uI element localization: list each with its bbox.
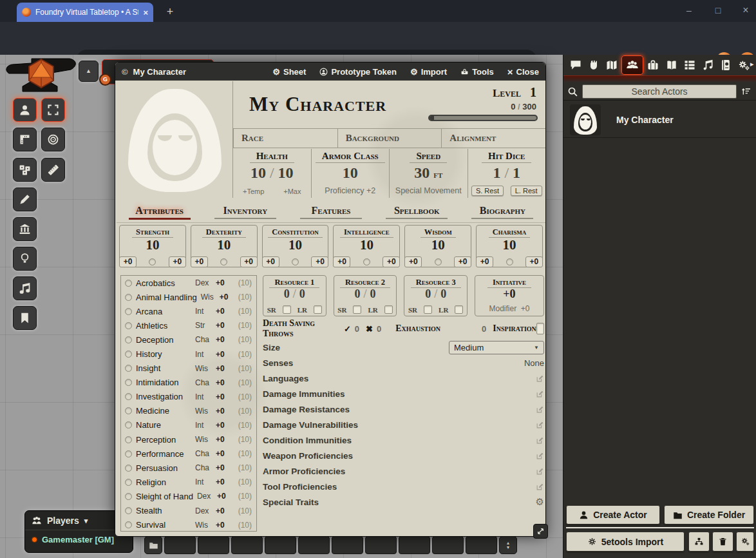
browser-tab[interactable]: Foundry Virtual Tabletop • A Stan × (17, 3, 153, 22)
tab-scenes[interactable] (603, 57, 620, 73)
tab-features[interactable]: Features (288, 202, 373, 222)
sr-checkbox[interactable] (283, 305, 291, 314)
ability-proficiency-radio[interactable] (506, 258, 513, 265)
skill-row[interactable]: Investigation Int +0 (10) (121, 390, 256, 404)
skill-proficiency-radio[interactable] (125, 294, 132, 301)
ability-check-mod[interactable]: +0 (240, 256, 258, 267)
ability-check-mod[interactable]: +0 (454, 256, 471, 267)
tab-biography[interactable]: Biography (460, 202, 545, 222)
skill-name[interactable]: Intimidation (136, 378, 191, 387)
sr-checkbox[interactable] (424, 305, 432, 314)
skill-name[interactable]: Nature (136, 420, 191, 430)
window-maximize-button[interactable]: □ (705, 0, 731, 22)
exhaustion-value[interactable]: 0 (478, 324, 493, 334)
edit-icon[interactable] (536, 467, 544, 476)
ability-block[interactable]: Dexterity 10 +0 +0 (191, 225, 258, 267)
skill-proficiency-radio[interactable] (125, 336, 132, 343)
skill-name[interactable]: Religion (136, 477, 191, 487)
players-chevron-icon[interactable]: ▾ (84, 517, 88, 525)
character-name[interactable]: My Character (249, 93, 386, 116)
ability-proficiency-radio[interactable] (435, 258, 442, 265)
resource-value[interactable]: 0 (425, 287, 431, 300)
tab-spellbook[interactable]: Spellbook (374, 202, 460, 222)
resource-label[interactable]: Resource 2 (340, 278, 390, 288)
lr-checkbox[interactable] (455, 305, 463, 314)
macro-slot[interactable] (332, 536, 363, 554)
module-badge[interactable]: G (99, 73, 111, 86)
ability-name[interactable]: Wisdom (421, 227, 456, 238)
skill-row[interactable]: Religion Int +0 (10) (121, 475, 256, 489)
skill-proficiency-radio[interactable] (125, 379, 132, 386)
lighting-tool[interactable] (13, 247, 37, 271)
tab-compendium[interactable] (717, 57, 734, 73)
skill-name[interactable]: Performance (136, 449, 191, 459)
skill-row[interactable]: Animal Handling Wis +0 (10) (121, 290, 256, 304)
death-success-icon[interactable]: ✓ (344, 324, 351, 334)
skill-proficiency-radio[interactable] (125, 280, 132, 287)
ability-score[interactable]: 10 (191, 238, 257, 252)
ability-save-mod[interactable]: +0 (476, 256, 493, 267)
collapse-nav-button[interactable]: ▲ (79, 61, 99, 82)
tab-playlists[interactable] (699, 57, 716, 73)
skill-name[interactable]: Investigation (136, 392, 191, 401)
tab-actors[interactable] (621, 55, 643, 75)
tab-close-icon[interactable]: × (143, 8, 148, 17)
macro-folder-button[interactable] (144, 536, 162, 554)
actor-list-item[interactable]: My Character (563, 102, 756, 138)
page-down-icon[interactable]: ▾ (507, 545, 509, 550)
skill-name[interactable]: Arcana (136, 307, 191, 316)
resource-label[interactable]: Resource 1 (269, 278, 319, 288)
ability-proficiency-radio[interactable] (363, 258, 370, 265)
skill-proficiency-radio[interactable] (125, 521, 132, 528)
macro-slot[interactable] (198, 536, 229, 554)
detail-field[interactable]: Alignment (441, 129, 545, 148)
inspiration-checkbox[interactable] (536, 323, 544, 334)
ability-name[interactable]: Strength (132, 227, 173, 238)
macro-slot[interactable] (399, 536, 430, 554)
delete-button[interactable] (712, 532, 733, 552)
skill-name[interactable]: Animal Handling (136, 293, 197, 302)
skill-row[interactable]: Stealth Dex +0 (10) (121, 504, 256, 518)
size-select[interactable]: Medium ▼ (449, 341, 544, 354)
folder-tree-button[interactable] (688, 532, 710, 552)
resource-label[interactable]: Resource 3 (411, 278, 461, 288)
create-folder-button[interactable]: Create Folder (664, 505, 754, 524)
configure-button[interactable] (736, 532, 754, 552)
ability-score[interactable]: 10 (334, 238, 399, 252)
ability-name[interactable]: Constitution (268, 227, 323, 238)
skill-proficiency-radio[interactable] (125, 450, 132, 457)
ability-block[interactable]: Strength 10 +0 +0 (119, 225, 186, 267)
skill-row[interactable]: Deception Cha +0 (10) (121, 332, 256, 347)
edit-icon[interactable] (536, 421, 544, 429)
long-rest-button[interactable]: L. Rest (511, 186, 542, 196)
resource-max[interactable]: 0 (440, 287, 446, 300)
skill-name[interactable]: Sleight of Hand (136, 492, 193, 501)
ability-score[interactable]: 10 (120, 238, 185, 252)
drawing-tool[interactable] (13, 188, 37, 211)
skill-name[interactable]: Insight (136, 363, 191, 373)
skill-row[interactable]: Insight Wis +0 (10) (121, 361, 256, 376)
import-button[interactable]: ⚙ Import (410, 67, 447, 77)
skill-proficiency-radio[interactable] (125, 465, 132, 472)
skill-row[interactable]: History Int +0 (10) (121, 347, 256, 361)
macro-slot[interactable] (298, 536, 330, 554)
ruler-tool[interactable] (41, 158, 65, 182)
skill-name[interactable]: Stealth (136, 506, 191, 515)
skill-proficiency-radio[interactable] (125, 421, 132, 428)
tab-attributes[interactable]: Attributes (117, 202, 202, 222)
actor-avatar[interactable] (570, 104, 601, 135)
edit-icon[interactable] (536, 436, 544, 445)
tab-tables[interactable] (681, 57, 698, 73)
skill-proficiency-radio[interactable] (125, 365, 132, 372)
resource-value[interactable]: 0 (284, 287, 290, 300)
token-select-tool[interactable] (13, 98, 37, 122)
edit-icon[interactable] (536, 374, 544, 383)
xp-display[interactable]: 0 / 300 (511, 102, 536, 111)
ability-save-mod[interactable]: +0 (191, 256, 208, 267)
edit-icon[interactable] (536, 483, 544, 491)
sheet-config-button[interactable]: ⚙ Sheet (272, 67, 306, 77)
macro-slot[interactable] (265, 536, 296, 554)
skill-name[interactable]: Perception (136, 435, 191, 445)
tools-button[interactable]: Tools (460, 67, 494, 77)
skill-name[interactable]: Persuasion (136, 463, 191, 473)
